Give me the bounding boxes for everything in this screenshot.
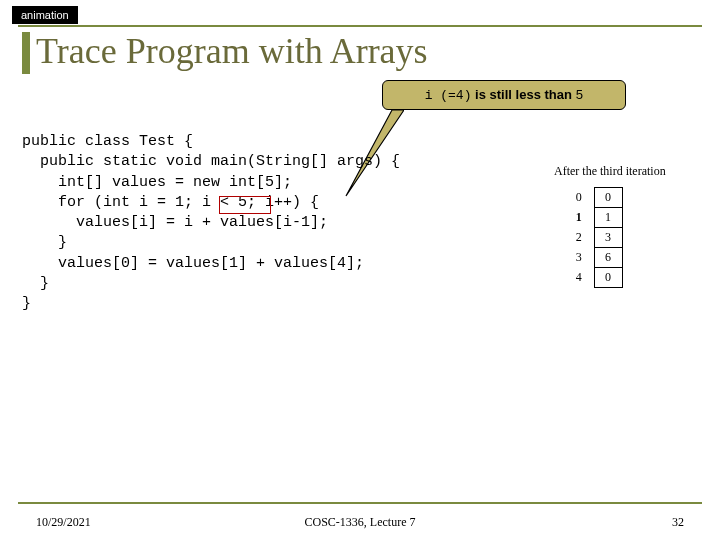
array-table: 0 0 1 1 2 3 3 6 4 0 [572, 187, 623, 288]
array-value: 0 [594, 188, 622, 208]
rule-top [18, 25, 702, 27]
footer-course: COSC-1336, Lecture 7 [0, 515, 720, 530]
footer-page: 32 [672, 515, 684, 530]
array-diagram: After the third iteration 0 0 1 1 2 3 3 … [554, 164, 666, 288]
title-accent-bar [22, 32, 30, 74]
callout-bubble: i (=4) is still less than 5 [382, 80, 626, 110]
table-row: 3 6 [572, 248, 622, 268]
table-row: 0 0 [572, 188, 622, 208]
table-row: 1 1 [572, 208, 622, 228]
rule-bottom [18, 502, 702, 504]
page-title: Trace Program with Arrays [36, 30, 428, 72]
callout-text: i (=4) is still less than 5 [425, 87, 584, 103]
diagram-caption: After the third iteration [554, 164, 666, 179]
code-block: public class Test { public static void m… [22, 132, 400, 314]
array-value: 6 [594, 248, 622, 268]
array-index: 4 [572, 268, 594, 288]
table-row: 2 3 [572, 228, 622, 248]
array-value: 3 [594, 228, 622, 248]
callout-limit: 5 [576, 88, 584, 103]
array-value: 1 [594, 208, 622, 228]
array-index: 3 [572, 248, 594, 268]
table-row: 4 0 [572, 268, 622, 288]
callout-ival: (=4) [432, 88, 471, 103]
callout-mid: is still less than [471, 87, 575, 102]
array-value: 0 [594, 268, 622, 288]
array-index: 2 [572, 228, 594, 248]
animation-tag: animation [12, 6, 78, 24]
array-index: 1 [572, 208, 594, 228]
array-index: 0 [572, 188, 594, 208]
